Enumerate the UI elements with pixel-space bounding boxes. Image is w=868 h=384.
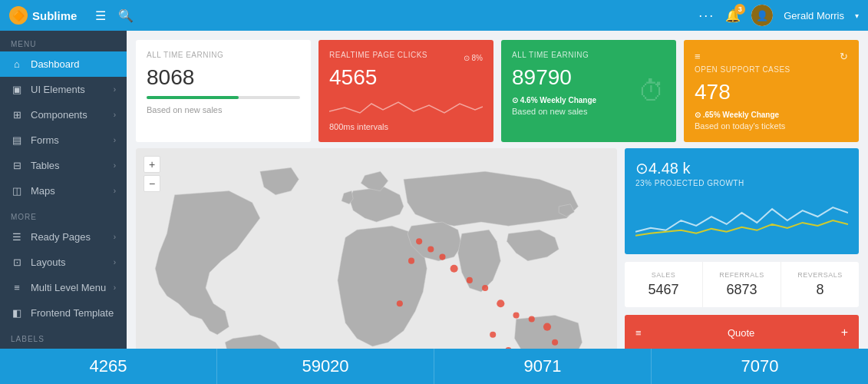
card2-sub: 800ms intervals [329,122,483,131]
sidebar-item-frontend[interactable]: ◧ Frontend Template [0,300,127,326]
quote-text: " This is dummy copy. It's Greek to you.… [635,347,848,349]
labels-section-label: LABELS [0,326,127,346]
card1-sub: Based on new sales [147,105,300,114]
sidebar: MENU ⌂ Dashboard ▣ UI Elements › ⊞ Compo… [0,31,127,349]
stat-card-earning: ALL TIME EARNING 8068 Based on new sales [136,40,311,142]
clock-icon: ⏱ [638,75,665,108]
dashboard-icon: ⌂ [11,58,23,70]
menu-section-label: MENU [0,31,127,51]
stats-sales-label: SALES [632,271,695,279]
svg-point-17 [408,258,414,264]
sidebar-item-maps-left: ◫ Maps [11,185,55,197]
bottom-bar-cell-2: 9071 [434,349,652,384]
avatar-image: 👤 [751,5,773,26]
bottom-bar-cell-1: 59020 [217,349,434,384]
card1-bar [147,96,239,99]
more-dots[interactable]: ··· [698,8,715,24]
card4-value: 478 [695,80,848,104]
svg-point-14 [552,339,558,346]
card3-sub: Based on new sales [512,107,665,116]
more-section-label: MORE [0,204,127,224]
app-logo[interactable]: 🔶 Sublime [9,6,77,25]
sidebar-item-forms[interactable]: ▤ Forms › [0,127,127,153]
card2-label: REALTIME PAGE CLICKS [329,51,427,59]
sidebar-item-layouts-label: Layouts [31,257,66,268]
sidebar-item-multilevel[interactable]: ≡ Multi Level Menu › [0,275,127,300]
sidebar-item-maps[interactable]: ◫ Maps › [0,178,127,204]
stat-card-green: ALL TIME EARNING 89790 ⊙ 4.6% Weekly Cha… [501,40,676,142]
sidebar-item-ml-label: Multi Level Menu [31,282,106,293]
ui-elements-arrow: › [114,85,116,94]
multilevel-icon: ≡ [11,282,23,293]
main-content: ALL TIME EARNING 8068 Based on new sales… [127,31,868,349]
sidebar-item-maps-label: Maps [31,185,55,197]
bottom-bar-cell-3: 7070 [652,349,868,384]
growth-card: ⊙4.48 k 23% PROJECTED GROWTH [625,148,859,254]
sidebar-item-ready-pages[interactable]: ☰ Ready Pages › [0,224,127,250]
world-map-svg [136,148,617,349]
zoom-in-button[interactable]: + [144,156,160,173]
quote-add-icon[interactable]: + [841,326,848,339]
ui-elements-icon: ▣ [11,84,23,95]
svg-point-7 [467,277,473,283]
components-arrow: › [114,111,116,119]
multilevel-arrow: › [114,283,116,292]
hamburger-icon[interactable]: ☰ [95,8,106,23]
svg-point-9 [497,300,504,307]
username: Gerald Morris [784,10,844,22]
quote-menu-icon[interactable]: ≡ [635,327,642,339]
sidebar-item-ui-elements[interactable]: ▣ UI Elements › [0,77,127,102]
bottom-bar-value-1: 59020 [228,356,423,376]
main-wrapper: MENU ⌂ Dashboard ▣ UI Elements › ⊞ Compo… [0,31,868,349]
stats-referrals-label: REFERRALS [711,271,773,279]
logo-icon: 🔶 [9,6,28,25]
stats-reversals-value: 8 [789,282,851,298]
avatar[interactable]: 👤 [751,5,773,26]
username-arrow[interactable]: ▾ [855,12,859,20]
sidebar-item-forms-left: ▤ Forms [11,134,59,146]
svg-point-2 [397,300,403,306]
stat-card-yellow: ≡ ↻ OPEN SUPPORT CASES 478 ⊙ .65% Weekly… [684,40,859,142]
forms-icon: ▤ [11,134,23,146]
quote-mark: " [635,347,643,349]
sidebar-item-ui-left: ▣ UI Elements [11,84,85,95]
frontend-icon: ◧ [11,307,23,319]
header: 🔶 Sublime ☰ 🔍 ··· 🔔 3 👤 Gerald Morris ▾ [0,0,868,31]
card2-badge: ⊙ 8% [464,54,483,62]
sidebar-item-layouts[interactable]: ⊡ Layouts › [0,250,127,275]
stats-cell-reversals: REVERSALS 8 [781,262,859,307]
card1-bar-container [147,96,300,99]
header-right: ··· 🔔 3 👤 Gerald Morris ▾ [698,5,859,26]
sidebar-item-rp-left: ☰ Ready Pages [11,231,91,243]
svg-point-6 [451,265,458,273]
tables-icon: ⊟ [11,160,23,171]
sidebar-item-components[interactable]: ⊞ Components › [0,102,127,127]
stats-reversals-label: REVERSALS [789,271,851,279]
sidebar-item-comp-label: Components [31,109,87,121]
sidebar-item-dashboard[interactable]: ⌂ Dashboard [0,51,127,77]
sidebar-item-comp-left: ⊞ Components [11,109,87,121]
svg-point-13 [490,332,496,338]
card4-refresh-icon[interactable]: ↻ [840,51,848,62]
app-name: Sublime [32,9,77,22]
sidebar-item-tables[interactable]: ⊟ Tables › [0,153,127,178]
stats-cell-sales: SALES 5467 [625,262,703,307]
sidebar-item-dashboard-label: Dashboard [31,58,80,70]
sidebar-item-ml-left: ≡ Multi Level Menu [11,282,106,293]
quote-header: ≡ Quote + [635,326,848,339]
sidebar-item-layouts-left: ⊡ Layouts [11,257,66,268]
svg-point-11 [529,316,535,322]
bottom-bar-value-0: 4265 [11,356,206,376]
zoom-out-button[interactable]: − [144,175,160,192]
bottom-bar-value-2: 9071 [445,356,640,376]
stat-card-clicks: REALTIME PAGE CLICKS ⊙ 8% 4565 800ms int… [318,40,493,142]
svg-point-10 [513,312,519,318]
bottom-bar-cell-0: 4265 [0,349,217,384]
notification-bell[interactable]: 🔔 3 [725,8,741,23]
card4-change: ⊙ .65% Weekly Change [695,111,848,119]
card2-value: 4565 [329,65,483,90]
search-icon[interactable]: 🔍 [118,8,134,23]
map-controls: + − [144,156,160,192]
svg-point-12 [543,323,551,331]
map-container: + − [136,148,617,349]
